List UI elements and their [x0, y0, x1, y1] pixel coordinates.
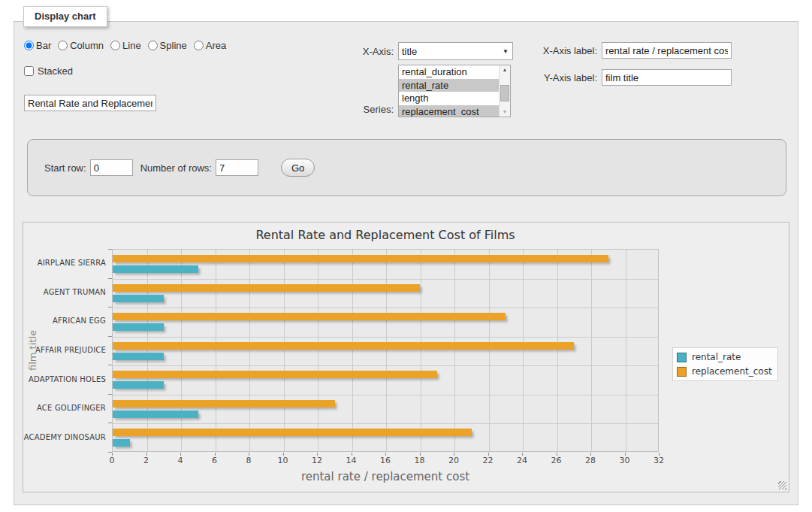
y-category-label: AGENT TRUMAN — [23, 288, 106, 296]
chart-type-label: Area — [206, 40, 226, 51]
chart-title: Rental Rate and Replacement Cost of Film… — [112, 228, 659, 242]
x-axis-tick-label: 4 — [165, 456, 195, 465]
legend-item-replacement_cost: replacement_cost — [677, 366, 772, 377]
y-axis-tick — [108, 336, 112, 337]
scroll-up-icon[interactable]: ▲ — [500, 65, 510, 74]
y-category-label: AIRPLANE SIERRA — [23, 259, 106, 267]
y-category-label: ADAPTATION HOLES — [23, 375, 106, 383]
listbox-scrollbar[interactable]: ▲ ▼ — [499, 65, 510, 117]
bar-rental_rate — [113, 265, 198, 273]
x-axis-tick-label: 26 — [542, 456, 572, 465]
series-label: Series: — [346, 104, 394, 117]
gridline-horizontal — [113, 365, 658, 366]
gridline-horizontal — [113, 423, 658, 424]
chart-container: Rental Rate and Replacement Cost of Film… — [23, 222, 789, 492]
chart-type-label: Line — [122, 40, 141, 51]
number-of-rows-input[interactable] — [216, 159, 258, 176]
gridline-vertical — [386, 250, 387, 451]
y-axis-tick — [108, 423, 112, 423]
gridline-vertical — [352, 250, 353, 451]
chart-type-label: Column — [70, 40, 104, 51]
series-option[interactable]: rental_rate — [399, 79, 499, 92]
y-category-label: ACE GOLDFINGER — [23, 404, 106, 412]
display-chart-fieldset: Display chart BarColumnLineSplineArea St… — [14, 21, 798, 505]
chart-type-option-line[interactable]: Line — [110, 40, 141, 51]
start-row-input[interactable] — [90, 159, 133, 176]
go-button[interactable]: Go — [281, 159, 315, 177]
stacked-label: Stacked — [38, 65, 73, 77]
x-axis-tick-label: 28 — [575, 456, 605, 465]
gridline-horizontal — [113, 279, 658, 280]
chart-type-label: Bar — [36, 40, 51, 51]
legend-swatch — [677, 353, 687, 362]
y-axis-tick — [108, 278, 112, 279]
chart-legend: rental_ratereplacement_cost — [672, 347, 778, 381]
x-axis-label-input[interactable] — [602, 42, 732, 59]
bar-rental_rate — [113, 323, 164, 331]
bar-replacement_cost — [113, 313, 506, 320]
y-axis-tick — [108, 394, 112, 395]
y-axis-tick — [108, 249, 112, 250]
scroll-down-icon[interactable]: ▼ — [500, 108, 510, 117]
series-option[interactable]: rental_duration — [399, 65, 499, 79]
gridline-vertical — [147, 250, 148, 451]
chart-type-option-bar[interactable]: Bar — [24, 40, 51, 51]
gridline-horizontal — [113, 337, 658, 338]
row-range-panel: Start row: Number of rows: Go — [27, 139, 786, 196]
x-axis-tick-label: 10 — [268, 456, 298, 465]
bar-replacement_cost — [113, 342, 574, 350]
chart-type-radio-area[interactable] — [194, 41, 204, 50]
x-axis-tick-label: 6 — [200, 456, 230, 465]
chart-type-radio-line[interactable] — [110, 41, 120, 50]
chart-type-option-column[interactable]: Column — [58, 40, 104, 51]
series-listbox[interactable]: rental_durationrental_ratelengthreplacem… — [398, 65, 511, 117]
chart-type-label: Spline — [160, 40, 187, 51]
scrollbar-thumb[interactable] — [500, 85, 509, 101]
chart-type-radio-column[interactable] — [58, 41, 68, 50]
chart-type-radio-spline[interactable] — [148, 41, 158, 50]
x-axis-tick-label: 16 — [370, 456, 400, 465]
gridline-vertical — [249, 250, 250, 451]
gridline-vertical — [557, 250, 558, 451]
y-axis-label-input[interactable] — [602, 69, 732, 86]
series-option[interactable]: length — [399, 92, 499, 105]
chart-type-radio-bar[interactable] — [24, 41, 34, 50]
x-axis-tick-label: 22 — [473, 456, 503, 465]
stacked-checkbox[interactable] — [24, 66, 34, 76]
x-axis-tick-label: 2 — [131, 456, 161, 465]
x-axis-label: X-Axis: — [346, 46, 394, 57]
chart-type-option-area[interactable]: Area — [194, 40, 226, 51]
y-category-label: AFFAIR PREJUDICE — [23, 346, 106, 354]
start-row-label: Start row: — [44, 162, 86, 174]
chart-title-input[interactable] — [24, 95, 156, 111]
x-axis-tick-label: 14 — [337, 456, 367, 465]
bar-rental_rate — [113, 439, 130, 447]
gridline-vertical — [523, 250, 524, 451]
chart-resize-handle[interactable] — [778, 481, 786, 489]
gridline-vertical — [421, 250, 421, 451]
x-axis-select[interactable]: title — [398, 42, 513, 60]
x-axis-tick-label: 24 — [507, 456, 537, 465]
gridline-vertical — [181, 250, 182, 451]
bar-replacement_cost — [113, 400, 335, 407]
x-axis-tick-label: 0 — [97, 456, 127, 465]
number-of-rows-label: Number of rows: — [140, 162, 212, 174]
chart-type-option-spline[interactable]: Spline — [148, 40, 187, 51]
bar-replacement_cost — [113, 284, 420, 292]
gridline-horizontal — [113, 308, 658, 308]
chart-type-radio-group: BarColumnLineSplineArea — [24, 40, 230, 51]
bar-replacement_cost — [113, 371, 437, 378]
bar-rental_rate — [113, 381, 164, 389]
series-option[interactable]: replacement_cost — [399, 105, 499, 118]
x-axis-tick-label: 8 — [234, 456, 264, 465]
y-axis-label-field-label: Y-Axis label: — [531, 72, 597, 83]
chart-plot-area — [112, 249, 659, 452]
gridline-vertical — [626, 250, 626, 451]
y-category-label: ACADEMY DINOSAUR — [23, 433, 106, 441]
x-axis-tick-label: 20 — [439, 456, 469, 465]
x-axis-label-field-label: X-Axis label: — [531, 45, 597, 56]
series-options: rental_durationrental_ratelengthreplacem… — [399, 65, 499, 117]
fieldset-legend: Display chart — [23, 6, 107, 27]
bar-rental_rate — [113, 411, 198, 418]
bar-rental_rate — [113, 353, 164, 360]
